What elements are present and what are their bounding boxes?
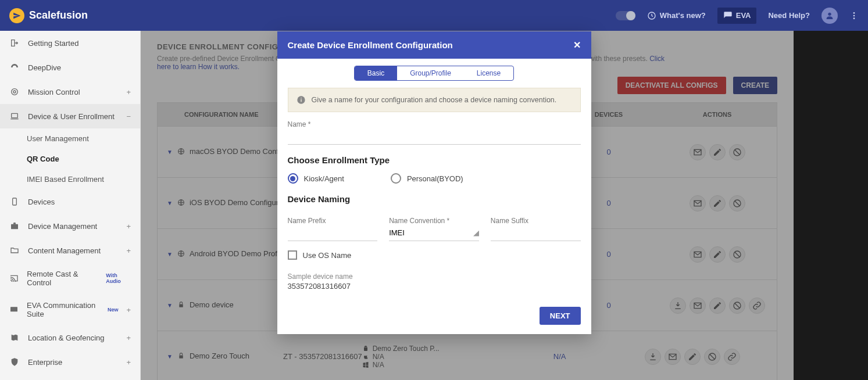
nav-label: Devices <box>28 198 55 206</box>
briefcase-icon <box>9 221 20 231</box>
plus-icon: + <box>126 306 131 314</box>
prefix-label: Name Prefix <box>288 217 378 225</box>
folder-icon <box>9 245 20 256</box>
tab-basic[interactable]: Basic <box>355 66 397 80</box>
nav-utilities[interactable]: Utilities New + <box>0 374 140 380</box>
plus-icon: + <box>126 334 131 342</box>
laptop-icon <box>9 111 20 121</box>
radio-byod[interactable]: Personal(BYOD) <box>391 173 463 184</box>
convention-value: IMEI <box>389 228 405 237</box>
message-icon <box>9 304 19 315</box>
need-help-label: Need Help? <box>768 11 810 20</box>
suffix-label: Name Suffix <box>491 217 581 225</box>
plus-icon: + <box>126 222 131 231</box>
nav-device-user-enrollment[interactable]: Device & User Enrollment − <box>0 104 140 128</box>
right-black-strip <box>794 31 868 380</box>
nav-remote-cast[interactable]: Remote Cast & Control With Audio <box>0 263 140 294</box>
nav-imei-enrollment[interactable]: IMEI Based Enrollment <box>0 169 140 189</box>
suffix-input[interactable] <box>491 225 581 241</box>
modal-header: Create Device Enrollment Configuration ✕ <box>277 31 591 59</box>
checkbox-icon <box>288 250 297 260</box>
shield-icon <box>9 357 20 367</box>
nav-label: Mission Control <box>28 88 80 96</box>
nav-enterprise[interactable]: Enterprise + <box>0 350 140 374</box>
cast-icon <box>9 273 19 284</box>
modal-title: Create Device Enrollment Configuration <box>288 40 453 50</box>
radio-kiosk[interactable]: Kiosk/Agent <box>288 173 344 184</box>
new-badge: New <box>108 307 119 313</box>
user-icon <box>825 11 834 20</box>
theme-toggle[interactable] <box>616 11 635 20</box>
nav-label: DeepDive <box>28 63 61 72</box>
radio-on-icon <box>288 173 298 184</box>
gauge-icon <box>9 62 20 73</box>
checkbox-label: Use OS Name <box>303 251 352 260</box>
nav-label: Content Management <box>28 246 101 255</box>
nav-qr-code[interactable]: QR Code <box>0 149 140 169</box>
kebab-menu-icon[interactable] <box>849 11 859 20</box>
nav-content-management[interactable]: Content Management + <box>0 238 140 263</box>
svg-rect-27 <box>301 98 301 98</box>
tab-group-profile[interactable]: Group/Profile <box>397 66 464 80</box>
nav-eva-suite[interactable]: EVA Communication Suite New + <box>0 294 140 325</box>
prefix-input[interactable] <box>288 225 378 241</box>
svg-point-2 <box>853 12 855 14</box>
nav-getting-started[interactable]: Getting Started <box>0 31 140 55</box>
banner-text: Give a name for your configuration and c… <box>312 96 557 104</box>
dropdown-icon: ◢ <box>473 228 479 237</box>
next-button[interactable]: NEXT <box>540 307 581 325</box>
info-banner: Give a name for your configuration and c… <box>288 88 581 112</box>
nav-user-management[interactable]: User Management <box>0 128 140 149</box>
svg-rect-7 <box>12 113 18 117</box>
svg-rect-26 <box>301 99 301 102</box>
exit-icon <box>9 38 20 48</box>
nav-label: EVA Communication Suite <box>27 301 98 318</box>
phone-icon <box>9 196 20 207</box>
nav-label: Device Management <box>28 222 97 231</box>
nav-deepdive[interactable]: DeepDive <box>0 55 140 80</box>
top-bar: Scalefusion What's new? EVA Need Help? <box>0 0 868 31</box>
eva-button[interactable]: EVA <box>717 8 757 24</box>
brand-logo-icon <box>9 8 24 23</box>
name-input[interactable] <box>288 128 581 145</box>
nav-label: Device & User Enrollment <box>28 112 115 121</box>
account-menu[interactable] <box>821 8 838 24</box>
svg-point-6 <box>13 91 16 93</box>
brand-name: Scalefusion <box>29 9 88 21</box>
target-icon <box>9 87 20 97</box>
minus-icon: − <box>126 112 131 121</box>
convention-select[interactable]: IMEI ◢ <box>389 225 479 241</box>
radio-off-icon <box>391 173 401 184</box>
enrollment-type-title: Choose Enrollment Type <box>288 155 581 165</box>
device-naming-title: Device Naming <box>288 194 581 204</box>
nav-label: Remote Cast & Control <box>27 270 97 287</box>
svg-point-4 <box>853 17 855 19</box>
whats-new-label: What's new? <box>660 11 706 20</box>
svg-point-5 <box>12 89 18 95</box>
clock-icon <box>647 11 656 20</box>
close-icon[interactable]: ✕ <box>573 40 581 51</box>
need-help-link[interactable]: Need Help? <box>768 11 810 20</box>
nav-device-management[interactable]: Device Management + <box>0 214 140 238</box>
nav-mission-control[interactable]: Mission Control + <box>0 80 140 104</box>
sample-value: 353572081316607 <box>288 282 581 291</box>
sidebar: Getting Started DeepDive Mission Control… <box>0 31 141 380</box>
brand[interactable]: Scalefusion <box>9 8 88 23</box>
svg-rect-8 <box>13 198 17 205</box>
nav-devices[interactable]: Devices <box>0 189 140 214</box>
map-icon <box>9 332 20 343</box>
nav-location[interactable]: Location & Geofencing + <box>0 325 140 350</box>
whats-new-link[interactable]: What's new? <box>647 11 706 20</box>
modal-tabs: Basic Group/Profile License <box>354 66 514 81</box>
nav-label: Enterprise <box>28 358 62 367</box>
use-os-name-checkbox[interactable]: Use OS Name <box>288 250 581 260</box>
convention-label: Name Convention * <box>389 217 479 225</box>
svg-rect-9 <box>11 224 18 230</box>
chat-icon <box>723 11 733 20</box>
radio-label: Personal(BYOD) <box>407 174 463 183</box>
with-audio-badge: With Audio <box>106 273 131 284</box>
tab-license[interactable]: License <box>464 66 513 80</box>
plus-icon: + <box>126 246 131 255</box>
create-config-modal: Create Device Enrollment Configuration ✕… <box>277 31 591 334</box>
sample-label: Sample device name <box>288 273 581 281</box>
